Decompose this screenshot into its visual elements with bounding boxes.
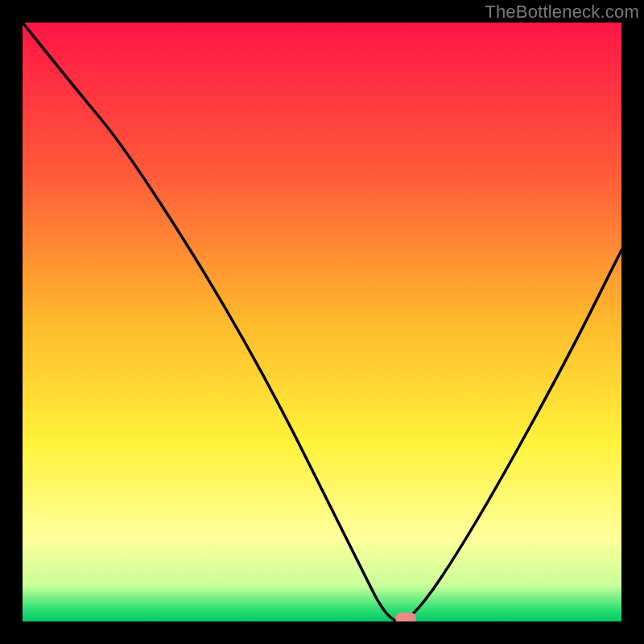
gradient-background [23, 23, 621, 621]
plot-svg [23, 23, 621, 621]
optimal-point-marker [395, 613, 416, 621]
chart-frame: TheBottleneck.com [0, 0, 644, 644]
watermark-text: TheBottleneck.com [485, 2, 639, 23]
plot-area [23, 23, 621, 621]
